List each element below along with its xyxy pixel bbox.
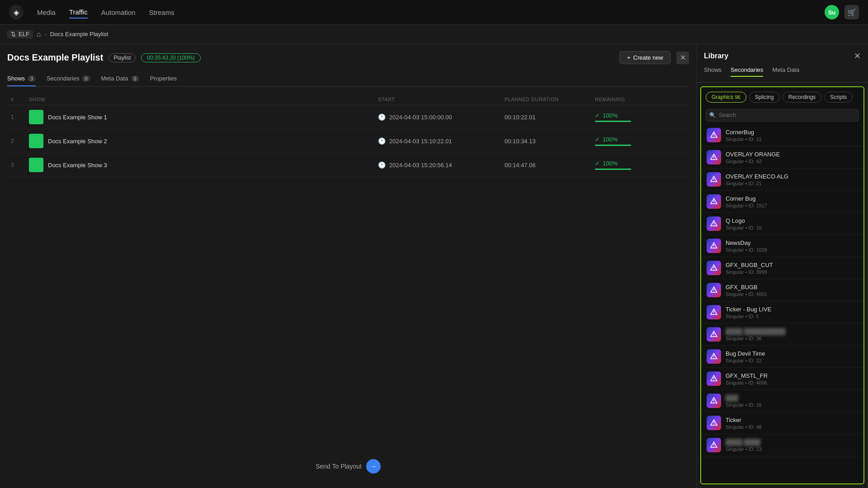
col-remaining: REMAINING — [595, 97, 685, 102]
svg-point-38 — [713, 402, 714, 403]
lib-item[interactable]: ████ ████Singular • ID: 13 — [701, 434, 863, 456]
lib-item[interactable]: Ticker - Bug LIVESingular • ID: 5 — [701, 301, 863, 324]
breadcrumb-sep: › — [45, 31, 47, 38]
row-3-start: 🕐 2024-04-03 15:20:56.14 — [378, 161, 505, 169]
lib-item-meta: Singular • ID: 3999 — [726, 269, 858, 275]
close-playlist-button[interactable]: ✕ — [676, 52, 689, 64]
avatar[interactable]: Su — [825, 5, 839, 19]
lib-item-info: GFX_BUGBSingular • ID: 4001 — [726, 284, 858, 297]
show-1-thumb — [29, 110, 43, 124]
table-row[interactable]: 1 Docs Example Show 1 🕐 2024-04-03 15:00… — [7, 105, 689, 129]
lib-item[interactable]: ████ ██████████Singular • ID: 36 — [701, 324, 863, 346]
lib-subtab-splicing[interactable]: Splicing — [749, 92, 780, 103]
bottom-bar: Send To Playout → — [7, 452, 689, 481]
lib-item-name: ████ ██████████ — [726, 328, 858, 335]
table-row[interactable]: 3 Docs Example Show 3 🕐 2024-04-03 15:20… — [7, 153, 689, 177]
clock-icon: 🕐 — [378, 137, 386, 145]
col-show: SHOW — [29, 97, 378, 102]
lib-item[interactable]: Q LogoSingular • ID: 10 — [701, 213, 863, 235]
tab-shows[interactable]: Shows 3 — [7, 71, 36, 86]
create-new-button[interactable]: + Create new — [619, 51, 671, 64]
table-row[interactable]: 2 Docs Example Show 2 🕐 2024-04-03 15:10… — [7, 129, 689, 153]
lib-tab-secondaries[interactable]: Secondaries — [731, 66, 763, 77]
playlist-title: Docs Example Playlist — [7, 52, 103, 63]
svg-point-26 — [713, 313, 714, 314]
env-selector[interactable]: ⇅ ELF — [7, 30, 33, 38]
lib-item-info: ███Singular • ID: 16 — [726, 394, 858, 408]
tab-secondaries[interactable]: Secondaries 0 — [47, 71, 90, 86]
lib-item-icon — [707, 128, 721, 142]
library-main-tabs: Shows Secondaries Meta Data — [697, 66, 868, 83]
lib-item-name: NewsDay — [726, 239, 858, 246]
nav-media[interactable]: Media — [37, 7, 56, 18]
library-header: Library ✕ — [697, 44, 868, 66]
playlist-area: Docs Example Playlist Playlist 00:35:43.… — [0, 44, 696, 488]
lib-item[interactable]: Bug Devil TimeSingular • ID: 22 — [701, 346, 863, 368]
lib-subtab-graphics[interactable]: Graphics 96 — [706, 92, 746, 103]
svg-point-5 — [713, 158, 714, 159]
lib-item-name: OVERLAY ENECO ALG — [726, 173, 858, 180]
lib-item-icon — [707, 349, 721, 364]
lib-item-meta: Singular • ID: 5 — [726, 314, 858, 319]
lib-item[interactable]: Corner BugSingular • ID: 1917 — [701, 191, 863, 213]
row-1-num: 1 — [11, 114, 29, 120]
row-2-show: Docs Example Show 2 — [29, 134, 378, 148]
lib-item-icon — [707, 416, 721, 430]
nav-automation[interactable]: Automation — [101, 7, 136, 18]
lib-item-meta: Singular • ID: 1917 — [726, 203, 858, 208]
lib-item-name: Bug Devil Time — [726, 350, 858, 357]
plus-icon: + — [627, 54, 631, 61]
lib-item-name: Ticker - Bug LIVE — [726, 306, 858, 313]
lib-item-meta: Singular • ID: 10 — [726, 225, 858, 230]
lib-item-name: ████ ████ — [726, 439, 858, 446]
tab-properties[interactable]: Properties — [150, 71, 177, 86]
lib-item-info: GFX_BUGB_CUTSingular • ID: 3999 — [726, 262, 858, 275]
lib-item-meta: Singular • ID: 48 — [726, 424, 858, 430]
lib-item-meta: Singular • ID: 1028 — [726, 247, 858, 253]
breadcrumb: ⇅ ELF ⌂ › Docs Example Playlist — [0, 25, 868, 44]
search-input[interactable] — [706, 109, 859, 122]
lib-item-info: OVERLAY ENECO ALGSingular • ID: 21 — [726, 173, 858, 186]
lib-search-container: 🔍 — [701, 106, 863, 124]
lib-item-icon — [707, 438, 721, 452]
library-close-button[interactable]: ✕ — [854, 51, 861, 61]
row-3-remaining: ✓ 100% — [595, 160, 685, 170]
svg-point-44 — [713, 446, 714, 447]
library-title: Library — [704, 52, 728, 60]
send-label: Send To Playout — [316, 463, 362, 470]
lib-item[interactable]: OVERLAY ENECO ALGSingular • ID: 21 — [701, 169, 863, 191]
home-icon[interactable]: ⌂ — [37, 30, 41, 38]
lib-item[interactable]: GFX_BUGBSingular • ID: 4001 — [701, 279, 863, 301]
lib-item[interactable]: ███Singular • ID: 16 — [701, 390, 863, 412]
lib-item[interactable]: GFX_BUGB_CUTSingular • ID: 3999 — [701, 257, 863, 279]
nav-traffic[interactable]: Traffic — [69, 6, 88, 19]
lib-item[interactable]: NewsDaySingular • ID: 1028 — [701, 235, 863, 257]
breadcrumb-current: Docs Example Playlist — [50, 31, 108, 38]
lib-item-icon — [707, 216, 721, 231]
col-num: # — [11, 97, 29, 102]
nav-streams[interactable]: Streams — [149, 7, 175, 18]
playlist-duration: 00:35:43.20 (100%) — [141, 53, 200, 62]
row-3-duration: 00:14:47.06 — [505, 162, 595, 169]
clock-icon: 🕐 — [378, 161, 386, 169]
svg-point-23 — [713, 291, 714, 292]
lib-item-info: Corner BugSingular • ID: 1917 — [726, 195, 858, 208]
lib-tab-shows[interactable]: Shows — [704, 66, 722, 77]
lib-item-meta: Singular • ID: 13 — [726, 446, 858, 452]
lib-item[interactable]: OVERLAY ORANGESingular • ID: 42 — [701, 146, 863, 169]
search-icon: 🔍 — [709, 112, 716, 118]
lib-item-info: Ticker - Bug LIVESingular • ID: 5 — [726, 306, 858, 319]
show-2-thumb — [29, 134, 43, 148]
send-to-playout-button[interactable]: Send To Playout → — [316, 459, 381, 474]
cart-icon[interactable]: 🛒 — [844, 5, 859, 19]
lib-item-name: GFX_BUGB — [726, 284, 858, 291]
lib-item[interactable]: TickerSingular • ID: 48 — [701, 412, 863, 434]
lib-item-meta: Singular • ID: 4001 — [726, 291, 858, 297]
lib-item[interactable]: GFX_MSTL_FRSingular • ID: 4006 — [701, 368, 863, 390]
lib-item-info: ████ ████Singular • ID: 13 — [726, 439, 858, 452]
lib-subtab-recordings[interactable]: Recordings — [783, 92, 822, 103]
lib-tab-metadata[interactable]: Meta Data — [772, 66, 799, 77]
lib-subtab-scripts[interactable]: Scripts — [824, 92, 853, 103]
tab-metadata[interactable]: Meta Data 0 — [101, 71, 139, 86]
lib-item[interactable]: CornerBugSingular • ID: 11 — [701, 124, 863, 146]
